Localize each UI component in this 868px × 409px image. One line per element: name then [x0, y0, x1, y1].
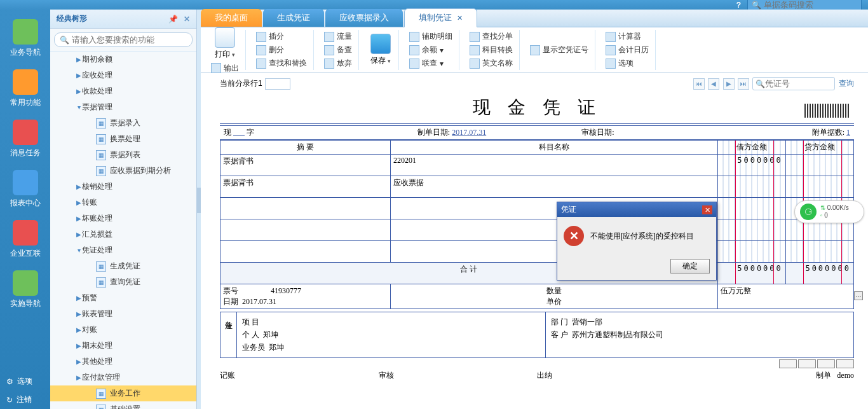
nav-last-button[interactable]: ⏭	[738, 78, 749, 90]
tree-node[interactable]: ▦生成凭证	[50, 258, 196, 274]
tree-node[interactable]: ▦基础设置	[50, 401, 196, 409]
tree-node[interactable]: ▶应收处理	[50, 67, 196, 83]
query-link[interactable]: 查询	[839, 78, 854, 89]
rail-item[interactable]: 报表中心	[10, 170, 41, 209]
voucher-row[interactable]	[220, 241, 854, 263]
tree-node[interactable]: ▶汇兑损益	[50, 226, 196, 242]
stamp-icon[interactable]	[836, 359, 854, 368]
flow-button[interactable]: 流量	[323, 31, 353, 43]
tree-node[interactable]: ▶期末处理	[50, 338, 196, 354]
insert-row-button[interactable]: 插分	[255, 31, 308, 43]
find-sheet-button[interactable]: 查找分单	[468, 31, 514, 43]
cell-credit[interactable]	[785, 155, 853, 176]
voucher-row[interactable]	[220, 198, 854, 219]
voucher-grid[interactable]: 摘 要 科目名称 借方金额 贷方金额 票据背书 220201 5000000 票…	[220, 140, 854, 309]
convert-account-button[interactable]: 科目转换	[468, 44, 514, 56]
cell-debit[interactable]	[717, 219, 785, 241]
tree-node[interactable]: ▶转账	[50, 195, 196, 211]
rail-item[interactable]: 企业互联	[10, 220, 41, 259]
network-widget[interactable]: ⚆ ⇅ 0.00K/s ▫ 0	[794, 200, 864, 223]
rail-item[interactable]: 消息任务	[10, 120, 41, 158]
tree-node[interactable]: ▶应付款管理	[50, 370, 196, 385]
tree-search[interactable]: 🔍	[54, 32, 193, 47]
close-panel-icon[interactable]: ✕	[184, 15, 190, 24]
close-icon[interactable]: ✕	[457, 14, 463, 22]
tree-node[interactable]: ▶坏账处理	[50, 211, 196, 226]
chevron-icon[interactable]: ▾	[76, 247, 82, 254]
tree-node[interactable]: ▶期初余额	[50, 52, 196, 67]
chevron-icon[interactable]: ▶	[76, 326, 82, 333]
voucher-row[interactable]	[220, 219, 854, 241]
pin-icon[interactable]: 📌	[168, 15, 178, 24]
help-icon[interactable]: ?	[736, 1, 741, 10]
global-search-input[interactable]	[764, 0, 853, 10]
cell-summary[interactable]	[220, 219, 391, 241]
tree-node[interactable]: ▶收款处理	[50, 83, 196, 99]
rail-item[interactable]: 常用功能	[10, 69, 41, 108]
tab[interactable]: 应收票据录入	[325, 9, 403, 27]
show-empty-voucher-button[interactable]: 显示空凭证号	[529, 44, 590, 56]
voucher-row[interactable]: 票据背书 220201 5000000	[220, 155, 854, 176]
stamp-icon[interactable]	[817, 359, 835, 368]
chevron-icon[interactable]: ▶	[76, 231, 82, 238]
tree-node[interactable]: ▶账表管理	[50, 306, 196, 322]
nav-next-button[interactable]: ▶	[723, 78, 735, 90]
linked-query-button[interactable]: 联查 ▾	[408, 57, 454, 69]
voucher-row[interactable]: 票据背书 应收票据	[220, 176, 854, 198]
cell-account[interactable]: 220201	[391, 155, 718, 176]
rail-item[interactable]: 实施导航	[10, 270, 41, 309]
tree-node[interactable]: ▦查询凭证	[50, 274, 196, 290]
chevron-icon[interactable]: ▶	[76, 374, 82, 381]
print-button[interactable]: 打印 ▾	[212, 26, 238, 61]
tree-node[interactable]: ▦应收票据到期分析	[50, 163, 196, 179]
tree-node[interactable]: ▾凭证处理	[50, 242, 196, 258]
chevron-icon[interactable]: ▶	[76, 72, 82, 79]
tree-node[interactable]: ▦换票处理	[50, 131, 196, 147]
stamp-icon[interactable]	[779, 359, 797, 368]
current-row-input[interactable]	[265, 78, 290, 90]
voucher-date[interactable]: 2017.07.31	[452, 128, 486, 137]
cell-summary[interactable]	[220, 241, 391, 263]
tab[interactable]: 填制凭证✕	[404, 8, 477, 27]
output-button[interactable]: 输出	[210, 62, 240, 74]
stamp-icon[interactable]	[798, 359, 816, 368]
chevron-icon[interactable]: ▾	[76, 104, 82, 111]
discard-button[interactable]: 放弃	[323, 57, 353, 69]
chevron-icon[interactable]: ▶	[76, 88, 82, 95]
cell-credit[interactable]	[785, 241, 853, 263]
cell-debit[interactable]	[717, 198, 785, 219]
tree-node[interactable]: ▦业务工作	[50, 385, 196, 401]
tree-node[interactable]: ▶核销处理	[50, 179, 196, 195]
balance-button[interactable]: 余额 ▾	[408, 44, 454, 56]
english-name-button[interactable]: 英文名称	[468, 57, 514, 69]
cell-summary[interactable]	[220, 198, 391, 219]
cell-summary[interactable]: 票据背书	[220, 176, 391, 198]
chevron-icon[interactable]: ▶	[76, 310, 82, 317]
nav-prev-button[interactable]: ◀	[708, 78, 719, 90]
tree-node[interactable]: ▶对账	[50, 322, 196, 338]
stamp-buttons[interactable]	[220, 359, 854, 370]
tree-node[interactable]: ▶其他处理	[50, 354, 196, 370]
tree-search-input[interactable]	[72, 35, 187, 45]
tree-node[interactable]: ▦票据列表	[50, 147, 196, 163]
chevron-icon[interactable]: ▶	[76, 183, 82, 190]
delete-row-button[interactable]: 删分	[255, 44, 308, 56]
find-replace-button[interactable]: 查找和替换	[255, 57, 308, 69]
cell-debit[interactable]	[717, 176, 785, 198]
tree-node[interactable]: ▾票据管理	[50, 99, 196, 115]
calculator-button[interactable]: 计算器	[604, 31, 650, 43]
chevron-icon[interactable]: ▶	[76, 199, 82, 206]
tab[interactable]: 生成凭证	[263, 9, 324, 27]
lookup-button[interactable]: …	[854, 291, 863, 300]
ok-button[interactable]: 确定	[670, 259, 710, 274]
calendar-button[interactable]: 会计日历	[604, 44, 650, 56]
tree-node[interactable]: ▶预警	[50, 290, 196, 306]
chevron-icon[interactable]: ▶	[76, 215, 82, 222]
aux-detail-button[interactable]: 辅助明细	[408, 31, 454, 43]
rail-bottom-item[interactable]: ⚙选项	[0, 372, 50, 391]
cell-account[interactable]: 应收票据	[391, 176, 718, 198]
save-button[interactable]: 保存 ▾	[368, 32, 393, 67]
rail-item[interactable]: 业务导航	[10, 19, 41, 58]
cell-debit[interactable]	[717, 241, 785, 263]
rail-bottom-item[interactable]: ↻注销	[0, 391, 50, 409]
